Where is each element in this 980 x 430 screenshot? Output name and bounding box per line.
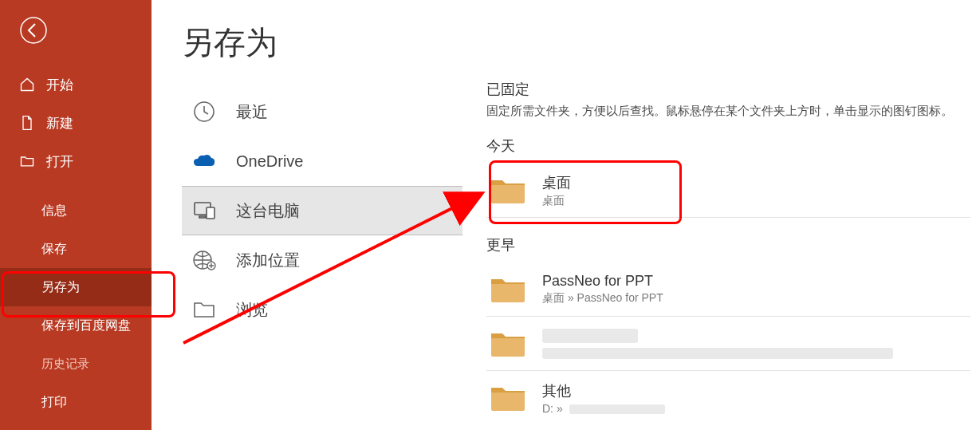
location-addplace[interactable]: 添加位置: [182, 235, 462, 285]
location-browse[interactable]: 浏览: [182, 285, 462, 334]
folder-path: D: »: [542, 402, 665, 415]
nav-label: 保存到百度网盘: [41, 318, 131, 334]
nav-info[interactable]: 信息: [0, 191, 152, 230]
clock-icon: [190, 97, 218, 126]
folder-item-other[interactable]: 其他 D: »: [486, 371, 970, 425]
location-label: 添加位置: [236, 250, 300, 271]
pinned-subtext: 固定所需文件夹，方便以后查找。鼠标悬停在某个文件夹上方时，单击显示的图钉图标。: [486, 104, 970, 119]
nav-new[interactable]: 新建: [0, 104, 152, 142]
nav-home[interactable]: 开始: [0, 65, 152, 104]
redacted-text: [542, 329, 638, 343]
folder-name: PassNeo for PPT: [542, 273, 663, 290]
nav-label: 打印: [41, 394, 67, 411]
folder-path: 桌面: [542, 194, 571, 208]
folder-item-redacted-1[interactable]: [486, 317, 970, 371]
folder-open-icon: [19, 153, 35, 169]
nav-label: 保存: [41, 241, 67, 258]
svg-rect-3: [199, 216, 206, 218]
nav-label: 开始: [46, 76, 73, 94]
globe-plus-icon: [190, 246, 218, 274]
folder-path: 桌面 » PassNeo for PPT: [542, 291, 663, 306]
nav-label: 打开: [46, 152, 73, 171]
location-label: 浏览: [236, 299, 268, 321]
nav-label: 历史记录: [41, 357, 89, 372]
nav-label: 另存为: [41, 279, 80, 296]
home-icon: [19, 77, 35, 93]
nav-save[interactable]: 保存: [0, 230, 152, 268]
nav-open[interactable]: 打开: [0, 142, 152, 180]
redacted-text: [542, 348, 893, 359]
folder-icon: [490, 273, 528, 306]
file-icon: [19, 115, 35, 131]
folder-name: 其他: [542, 381, 665, 400]
page-title: 另存为: [182, 21, 462, 65]
location-label: OneDrive: [236, 152, 303, 171]
group-earlier: 更早: [486, 235, 970, 254]
pinned-heading: 已固定: [486, 80, 970, 99]
folder-item-passneo[interactable]: PassNeo for PPT 桌面 » PassNeo for PPT: [486, 262, 970, 317]
group-today: 今天: [486, 136, 970, 156]
nav-save-as[interactable]: 另存为: [0, 268, 152, 306]
svg-point-0: [21, 18, 46, 43]
folder-icon: [490, 381, 528, 415]
nav-label: 信息: [41, 203, 67, 219]
location-label: 最近: [236, 101, 268, 123]
location-label: 这台电脑: [236, 200, 300, 222]
folder-icon: [490, 327, 528, 361]
redacted-text: [569, 404, 665, 414]
onedrive-icon: [190, 147, 218, 176]
nav-label: 新建: [46, 114, 73, 132]
nav-history[interactable]: 历史记录: [0, 345, 152, 383]
folder-item-desktop[interactable]: 桌面 桌面: [486, 164, 970, 218]
svg-rect-4: [207, 207, 214, 219]
nav-print[interactable]: 打印: [0, 383, 152, 421]
folder-icon: [190, 295, 218, 324]
location-recent[interactable]: 最近: [182, 87, 462, 136]
folder-name: 桌面: [542, 173, 571, 192]
save-as-locations: 另存为 最近 OneDrive 这台电脑 添加位置 浏览: [152, 0, 462, 430]
location-onedrive[interactable]: OneDrive: [182, 136, 462, 186]
folder-icon: [490, 174, 528, 207]
pc-icon: [190, 196, 218, 225]
back-button[interactable]: [18, 14, 49, 46]
backstage-sidebar: 开始 新建 打开 信息 保存 另存为 保存到百度网盘 历史记录 打印: [0, 0, 152, 430]
location-thispc[interactable]: 这台电脑: [182, 186, 462, 235]
nav-save-baidu[interactable]: 保存到百度网盘: [0, 306, 152, 345]
folder-list-panel: 已固定 固定所需文件夹，方便以后查找。鼠标悬停在某个文件夹上方时，单击显示的图钉…: [462, 0, 980, 430]
